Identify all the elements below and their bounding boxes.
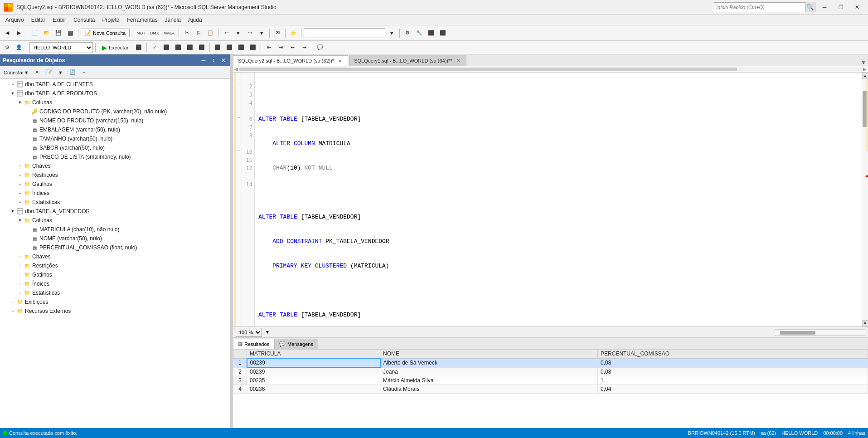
- tb-btn-g[interactable]: ⬛: [236, 42, 247, 54]
- msg-btn[interactable]: ✉: [272, 27, 283, 39]
- menu-ferramentas[interactable]: Ferramentas: [123, 16, 161, 24]
- expand-colunas-prod[interactable]: ▼: [16, 99, 24, 106]
- tb-btn-b[interactable]: ⬛: [173, 42, 184, 54]
- indent-btn-2[interactable]: ⇥: [275, 42, 286, 54]
- list-item[interactable]: ＋ 📁 Gatilhos: [0, 180, 230, 189]
- tb-btn-f[interactable]: ⬛: [224, 42, 235, 54]
- list-item[interactable]: ▼ dbo.TABELA DE PRODUTOS: [0, 89, 230, 98]
- parse-btn[interactable]: ✓: [149, 42, 160, 54]
- star-btn[interactable]: ⭐: [288, 27, 299, 39]
- list-item[interactable]: ＋ 📁 Restrições: [0, 170, 230, 180]
- menu-consulta[interactable]: Consulta: [70, 16, 98, 24]
- list-item[interactable]: ＋ dbo.TABELA DE CLIENTES: [0, 80, 230, 89]
- save-btn[interactable]: 💾: [53, 27, 64, 39]
- start-powershell-btn[interactable]: ~: [79, 67, 90, 78]
- tb-btn-d[interactable]: ⬛: [196, 42, 207, 54]
- undo-drop[interactable]: ▼: [233, 27, 243, 39]
- search-icon-btn[interactable]: ▼: [386, 27, 397, 39]
- list-item[interactable]: ▦ PRECO DE LISTA (smallmoney, nulo): [0, 152, 230, 161]
- indent-btn-1[interactable]: ⇤: [263, 42, 274, 54]
- nova-consulta-btn[interactable]: 📝 Nova Consulta: [81, 29, 130, 37]
- close-explorer-btn[interactable]: ✕: [219, 56, 228, 64]
- minimize-button[interactable]: ─: [817, 2, 832, 13]
- list-item[interactable]: 🔑 CODIGO DO PRODUTO (PK, varchar(20), nã…: [0, 107, 230, 116]
- quick-search-input[interactable]: [714, 5, 805, 10]
- hsb-track-top[interactable]: [239, 68, 862, 71]
- tb-btn-h[interactable]: ⬛: [247, 42, 258, 54]
- close-button[interactable]: ✕: [850, 2, 864, 13]
- search-btn[interactable]: 🔍: [805, 2, 815, 12]
- xmla-btn[interactable]: XMLA: [162, 27, 177, 39]
- sql-editor[interactable]: ALTER TABLE [TABELA_VENDEDOR] ALTER COLU…: [255, 73, 862, 326]
- config-btn-3[interactable]: ⬛: [426, 27, 436, 39]
- list-item[interactable]: ＋ 📁 Estatísticas: [0, 198, 230, 207]
- menu-editar[interactable]: Editar: [28, 16, 49, 24]
- hsb-bottom[interactable]: [775, 329, 865, 336]
- quick-search[interactable]: 🔍: [714, 2, 815, 12]
- fold-icon[interactable]: −: [236, 81, 242, 89]
- redo-drop[interactable]: ▼: [256, 27, 267, 39]
- back-button[interactable]: ◀: [2, 27, 13, 39]
- menu-projeto[interactable]: Projeto: [98, 16, 123, 24]
- unpin-btn[interactable]: ↕: [209, 56, 218, 64]
- list-item[interactable]: ＋ 📁 Chaves: [0, 161, 230, 170]
- copy-btn[interactable]: ⎘: [193, 27, 204, 39]
- redo-btn[interactable]: ↪: [244, 27, 255, 39]
- dmx-btn[interactable]: DMX: [148, 27, 161, 39]
- restore-button[interactable]: ❐: [834, 2, 848, 13]
- refresh-btn[interactable]: 🔄: [67, 67, 78, 78]
- list-item[interactable]: ▦ TAMANHO (varchar(50), nulo): [0, 134, 230, 143]
- config-btn-1[interactable]: ⚙: [402, 27, 413, 39]
- pin-btn[interactable]: ─: [199, 56, 208, 64]
- expand-produtos[interactable]: ▼: [9, 90, 16, 97]
- config-btn-4[interactable]: ⬛: [437, 27, 448, 39]
- filter-btn[interactable]: ▼: [55, 67, 66, 78]
- tab-resultados[interactable]: ▦ Resultados: [233, 339, 274, 349]
- menu-ajuda[interactable]: Ajuda: [184, 16, 206, 24]
- new-file-btn[interactable]: 📄: [29, 27, 40, 39]
- list-item[interactable]: ▦ NOME (varchar(50), nulo): [0, 234, 230, 243]
- main-search-input[interactable]: [304, 28, 385, 38]
- open-file-btn[interactable]: 📂: [41, 27, 52, 39]
- col-header-matricula[interactable]: MATRICULA: [247, 350, 380, 359]
- tab-close-btn-2[interactable]: ✕: [455, 58, 461, 64]
- list-item[interactable]: ＋ 📁 Estatísticas: [0, 288, 230, 297]
- cut-btn[interactable]: ✂: [181, 27, 192, 39]
- save-all-btn[interactable]: ▦: [65, 27, 76, 39]
- list-item[interactable]: ＋ 📁 Restrições: [0, 261, 230, 270]
- database-selector[interactable]: HELLO_WORLD: [29, 42, 93, 53]
- scroll-up-btn[interactable]: ▲: [862, 73, 868, 79]
- undo-btn[interactable]: ↩: [221, 27, 232, 39]
- scroll-right-btn[interactable]: ▶: [862, 67, 868, 72]
- list-item[interactable]: ▼ 📁 Colunas: [0, 98, 230, 107]
- list-item[interactable]: ＋ 📁 Gatilhos: [0, 270, 230, 279]
- tab-arrow[interactable]: ▼: [859, 59, 868, 66]
- list-item[interactable]: ▼ dbo.TABELA_VENDEDOR: [0, 207, 230, 216]
- tab-sqlquery2[interactable]: SQLQuery2.sql - B...LO_WORLD (sa (62))* …: [233, 55, 348, 66]
- disconnect-btn[interactable]: ✕: [32, 67, 43, 78]
- config-btn-2[interactable]: 🔧: [414, 27, 425, 39]
- scroll-left-btn[interactable]: ◀: [233, 67, 239, 72]
- list-item[interactable]: ▦ NOME DO PRODUTO (varchar(150), nulo): [0, 116, 230, 125]
- scroll-down-btn[interactable]: ▼: [862, 320, 868, 326]
- paste-btn[interactable]: 📋: [205, 27, 216, 39]
- connect-btn[interactable]: Conectar▼: [2, 67, 31, 78]
- table-row[interactable]: 4 00236 Cláudia Morais 0,04: [233, 385, 868, 394]
- vertical-scrollbar[interactable]: ▲ ▼: [862, 73, 868, 326]
- table-row[interactable]: 2 00239 Joana 0,08: [233, 367, 868, 376]
- query-settings-btn[interactable]: ⚙: [2, 42, 13, 54]
- mdt-btn[interactable]: MDT: [135, 27, 147, 39]
- tab-close-btn[interactable]: ✕: [337, 58, 343, 64]
- indent-btn-3[interactable]: ⇤: [287, 42, 298, 54]
- tb-btn-a[interactable]: ⬛: [161, 42, 172, 54]
- col-header-percentual[interactable]: PERCENTUAL_COMISSAO: [598, 350, 868, 359]
- col-header-nome[interactable]: NOME: [380, 350, 598, 359]
- fold-icon[interactable]: −: [236, 113, 242, 122]
- menu-exibir[interactable]: Exibir: [49, 16, 70, 24]
- tb-btn-e[interactable]: ⬛: [212, 42, 223, 54]
- zoom-selector[interactable]: 100 %: [236, 328, 262, 337]
- vsb-track[interactable]: [862, 79, 868, 320]
- table-row[interactable]: 3 00235 Márcio Almeida Silva 1: [233, 376, 868, 385]
- list-item[interactable]: ▦ SABOR (varchar(50), nulo): [0, 143, 230, 152]
- tab-mensagens[interactable]: 💬 Mensagens: [274, 339, 318, 349]
